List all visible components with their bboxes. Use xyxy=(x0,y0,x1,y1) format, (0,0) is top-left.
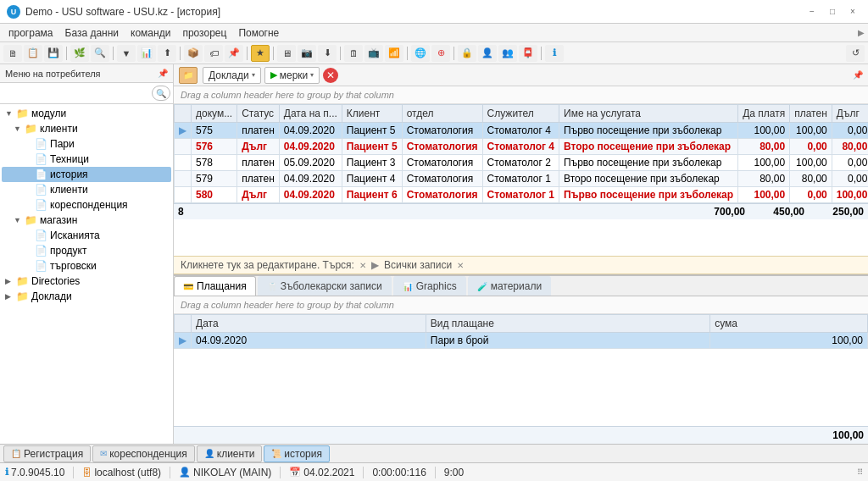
tb-btn-7[interactable]: 📊 xyxy=(137,45,156,62)
tb-btn-19[interactable]: 🌐 xyxy=(411,45,430,62)
sidebar-label-tehnici: Техници xyxy=(50,153,89,165)
sidebar-item-iskaniqta[interactable]: ▶ 📄 Исканията xyxy=(2,228,171,243)
info-version: 7.0.9045.10 xyxy=(11,467,64,478)
sidebar-item-produkt[interactable]: ▶ 📄 продукт xyxy=(2,243,171,258)
th-date-inner[interactable]: Дата xyxy=(192,315,426,333)
tb-btn-2[interactable]: 📋 xyxy=(24,45,42,62)
reports-dropdown-btn[interactable]: Доклади ▾ xyxy=(203,67,261,84)
tb-btn-21[interactable]: 🔒 xyxy=(458,45,476,62)
sidebar-item-pari[interactable]: ▶ 📄 Пари xyxy=(2,136,171,152)
tb-btn-12[interactable]: ★ xyxy=(251,45,270,62)
tb-btn-16[interactable]: 🗓 xyxy=(344,45,363,62)
th-date[interactable]: Дата на п... xyxy=(279,105,342,123)
td-paid: 80,00 xyxy=(790,171,832,187)
th-amount-inner[interactable]: сума xyxy=(710,315,868,333)
bottom-panel: 💳 Плащания 🦷 Зъболекарски записи 📊 Graph… xyxy=(174,274,868,444)
th-doc[interactable]: докум... xyxy=(192,105,237,123)
tb-btn-15[interactable]: ⬇ xyxy=(318,45,337,62)
tb-btn-13[interactable]: 🖥 xyxy=(277,45,296,62)
filter-close-2[interactable]: ✕ xyxy=(457,261,464,270)
sidebar-item-korespondenciq[interactable]: ▶ 📄 кореспонденция xyxy=(2,197,171,213)
tb-btn-24[interactable]: 📮 xyxy=(519,45,537,62)
maximize-button[interactable]: □ xyxy=(824,5,841,19)
tb-btn-3[interactable]: 💾 xyxy=(44,45,63,62)
status-tab-historia[interactable]: 📜 история xyxy=(264,445,330,462)
th-topay[interactable]: Да платя xyxy=(738,105,790,123)
sidebar-item-moduli[interactable]: ▼ 📁 модули xyxy=(2,106,171,121)
table-row[interactable]: 578 платен 05.09.2020 Пациент 3 Стоматол… xyxy=(175,155,869,171)
sidebar-item-dokladi[interactable]: ▶ 📁 Доклади xyxy=(2,289,171,304)
tb-btn-17[interactable]: 📺 xyxy=(364,45,383,62)
td-marker xyxy=(175,139,192,155)
sidebar-item-historia[interactable]: ▶ 📄 история xyxy=(2,167,171,182)
info-sep-4 xyxy=(363,467,364,478)
th-status[interactable]: Статус xyxy=(237,105,280,123)
menubar: програма База данни команди прозорец Пом… xyxy=(0,24,868,42)
tb-btn-4[interactable]: 🌿 xyxy=(70,45,89,62)
menu-programa[interactable]: програма xyxy=(3,25,58,41)
measures-btn[interactable]: ▶ мерки ▾ xyxy=(264,67,320,84)
th-paid[interactable]: платен xyxy=(790,105,832,123)
tb-btn-22[interactable]: 👤 xyxy=(478,45,497,62)
tb-btn-10[interactable]: 🏷 xyxy=(204,45,223,62)
sidebar-pin[interactable]: 📌 xyxy=(158,69,168,78)
menubar-right-arrow[interactable]: ▶ xyxy=(858,28,865,37)
th-type-inner[interactable]: Вид плащане xyxy=(426,315,709,333)
tb-btn-23[interactable]: 👥 xyxy=(498,45,517,62)
td-dept: Стоматология xyxy=(402,123,482,139)
tb-btn-1[interactable]: 🗎 xyxy=(3,45,22,62)
tab-graphics[interactable]: 📊 Graphics xyxy=(393,276,466,296)
tb-btn-5[interactable]: 🔍 xyxy=(91,45,109,62)
td-status: Дълг xyxy=(237,187,280,203)
th-client[interactable]: Клиент xyxy=(342,105,402,123)
sidebar-item-klienti-page[interactable]: ▶ 📄 клиенти xyxy=(2,182,171,197)
table-row[interactable]: 579 платен 04.09.2020 Пациент 4 Стоматол… xyxy=(175,171,869,187)
refresh-btn[interactable]: ✕ xyxy=(323,68,338,83)
tb-btn-11[interactable]: 📌 xyxy=(225,45,243,62)
table-row[interactable]: ▶ 575 платен 04.09.2020 Пациент 5 Стомат… xyxy=(175,123,869,139)
td-amount-payment: 100,00 xyxy=(710,333,868,349)
td-topay: 80,00 xyxy=(738,171,790,187)
minimize-button[interactable]: − xyxy=(804,5,821,19)
tb-btn-18[interactable]: 📶 xyxy=(385,45,403,62)
tab-dental[interactable]: 🦷 Зъболекарски записи xyxy=(258,276,392,296)
sidebar-item-targovzki[interactable]: ▶ 📄 търговски xyxy=(2,258,171,274)
table-row[interactable]: ▶ 04.09.2020 Пари в брой 100,00 xyxy=(175,333,868,349)
calendar-icon: 📅 xyxy=(289,467,301,478)
filter-close-1[interactable]: ✕ xyxy=(359,261,366,270)
tb-btn-right[interactable]: ↺ xyxy=(846,45,865,62)
subtoolbar-pin[interactable]: 📌 xyxy=(853,70,863,80)
th-dept[interactable]: отдел xyxy=(402,105,482,123)
tb-btn-6[interactable]: ▼ xyxy=(117,45,136,62)
menu-komandi[interactable]: команди xyxy=(125,25,175,41)
sidebar-item-directories[interactable]: ▶ 📁 Directories xyxy=(2,274,171,289)
sidebar-item-magazin[interactable]: ▼ 📁 магазин xyxy=(2,213,171,228)
th-emp[interactable]: Служител xyxy=(482,105,559,123)
menu-prozorec[interactable]: прозорец xyxy=(177,25,231,41)
status-tab-korespondenciq[interactable]: ✉ кореспонденция xyxy=(92,445,195,462)
td-debt: 80,00 xyxy=(832,139,868,155)
sidebar-search-btn[interactable]: 🔍 xyxy=(152,86,170,101)
status-tab-klienti[interactable]: 👤 клиенти xyxy=(197,445,263,462)
tab-materials[interactable]: 🧪 материали xyxy=(468,276,551,296)
td-emp: Стоматолог 1 xyxy=(482,171,559,187)
table-row[interactable]: 580 Дълг 04.09.2020 Пациент 6 Стоматолог… xyxy=(175,187,869,203)
tab-dental-label: Зъболекарски записи xyxy=(281,280,382,292)
tab-payments[interactable]: 💳 Плащания xyxy=(174,276,256,296)
page-icon: 📄 xyxy=(35,169,47,180)
menu-bazadanni[interactable]: База данни xyxy=(60,25,125,41)
tb-btn-20[interactable]: ⊕ xyxy=(431,45,450,62)
sidebar-item-klienti-folder[interactable]: ▼ 📁 клиенти xyxy=(2,121,171,136)
tb-btn-14[interactable]: 📷 xyxy=(298,45,316,62)
close-button[interactable]: × xyxy=(844,5,861,19)
tb-btn-info[interactable]: ℹ xyxy=(545,45,564,62)
menu-pomogne[interactable]: Помогне xyxy=(233,25,284,41)
tb-btn-8[interactable]: ⬆ xyxy=(158,45,176,62)
table-row[interactable]: 576 Дълг 04.09.2020 Пациент 5 Стоматолог… xyxy=(175,139,869,155)
th-debt[interactable]: Дълг xyxy=(832,105,868,123)
status-tab-registration[interactable]: 📋 Регистрация xyxy=(3,445,91,462)
tb-btn-9[interactable]: 📦 xyxy=(184,45,203,62)
sidebar-item-tehnici[interactable]: ▶ 📄 Техници xyxy=(2,152,171,167)
tab-payments-icon: 💳 xyxy=(183,282,193,291)
th-service[interactable]: Име на услугата xyxy=(559,105,738,123)
